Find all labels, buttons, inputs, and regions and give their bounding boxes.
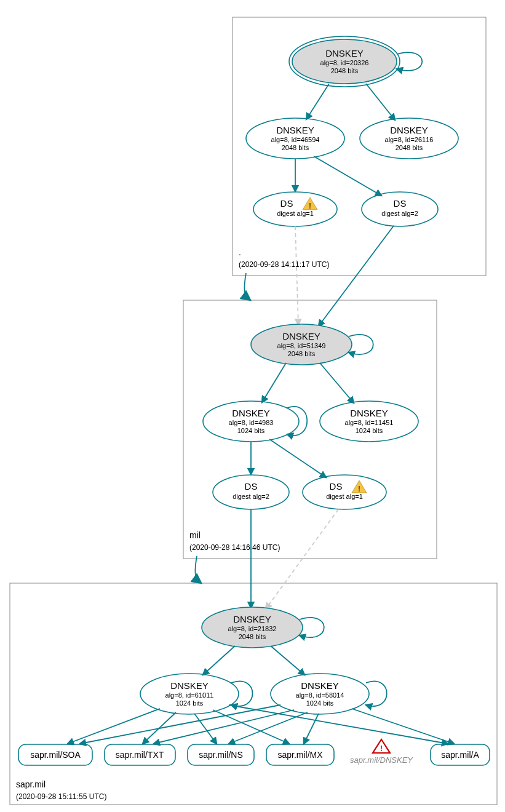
svg-text:2048 bits: 2048 bits [331, 67, 359, 74]
dnskey-sapr-58014: DNSKEY alg=8, id=58014 1024 bits [271, 674, 369, 714]
svg-text:DS: DS [280, 198, 293, 209]
ds-mil-alg1: DS digest alg=1 ! [303, 475, 386, 509]
edge-58014-ns [229, 712, 308, 744]
svg-text:DNSKEY: DNSKEY [390, 125, 428, 135]
svg-text:alg=8, id=58014: alg=8, id=58014 [296, 691, 344, 699]
zone-label-mil: mil [189, 530, 201, 540]
svg-text:sapr.mil/TXT: sapr.mil/TXT [116, 750, 164, 760]
edge-rootksk-46594 [306, 84, 329, 119]
rr-soa: sapr.mil/SOA [18, 744, 92, 765]
zone-label-root: . [239, 247, 241, 257]
svg-text:alg=8, id=46594: alg=8, id=46594 [271, 136, 320, 143]
dnskey-sapr-61011: DNSKEY alg=8, id=61011 1024 bits [140, 674, 239, 714]
zone-ts-mil: (2020-09-28 14:16:46 UTC) [189, 543, 280, 552]
selfloop-sapr-ksk [300, 618, 324, 637]
diagram-stage: DNSKEY alg=8, id=20326 2048 bits DNSKEY … [0, 0, 505, 812]
svg-text:alg=8, id=20326: alg=8, id=20326 [320, 59, 369, 66]
selfloop-mil-ksk [349, 335, 373, 354]
svg-text:1024 bits: 1024 bits [176, 699, 204, 707]
svg-text:alg=8, id=4983: alg=8, id=4983 [229, 419, 274, 426]
svg-text:2048 bits: 2048 bits [396, 144, 423, 151]
svg-text:DNSKEY: DNSKEY [350, 408, 388, 418]
rr-mx: sapr.mil/MX [266, 744, 334, 765]
svg-text:sapr.mil/A: sapr.mil/A [441, 750, 479, 760]
svg-text:sapr.mil/SOA: sapr.mil/SOA [30, 750, 81, 760]
svg-text:digest alg=2: digest alg=2 [381, 210, 418, 217]
edge-46594-ds2 [314, 156, 381, 196]
svg-text:alg=8, id=21832: alg=8, id=21832 [228, 625, 277, 632]
svg-point-35 [303, 475, 386, 509]
svg-text:1024 bits: 1024 bits [306, 699, 334, 707]
svg-text:digest alg=2: digest alg=2 [233, 493, 269, 500]
ds-mil-alg2: DS digest alg=2 [213, 475, 289, 509]
svg-text:2048 bits: 2048 bits [282, 144, 309, 151]
rr-ns: sapr.mil/NS [188, 744, 254, 765]
edge-4983-ds1 [269, 439, 326, 477]
edge-milksk-11451 [320, 363, 354, 403]
svg-text:digest alg=1: digest alg=1 [326, 493, 363, 500]
svg-text:2048 bits: 2048 bits [239, 633, 266, 640]
svg-text:alg=8, id=11451: alg=8, id=11451 [345, 419, 394, 426]
zone-link-root-mil [244, 273, 247, 298]
svg-text:sapr.mil/MX: sapr.mil/MX [277, 750, 323, 760]
svg-text:sapr.mil/DNSKEY: sapr.mil/DNSKEY [350, 755, 413, 765]
ds-root-alg1: DS digest alg=1 ! [253, 192, 337, 226]
svg-text:DS: DS [330, 481, 343, 492]
svg-text:alg=8, id=26116: alg=8, id=26116 [385, 136, 434, 143]
svg-text:DS: DS [245, 481, 258, 492]
svg-text:alg=8, id=51349: alg=8, id=51349 [277, 342, 326, 349]
svg-text:!: ! [380, 744, 383, 753]
dnskey-root-26116: DNSKEY alg=8, id=26116 2048 bits [360, 118, 458, 159]
edge-milksk-4983 [262, 363, 286, 402]
error-icon: ! [373, 739, 390, 753]
dnskey-mil-11451: DNSKEY alg=8, id=11451 1024 bits [320, 401, 418, 442]
svg-text:DNSKEY: DNSKEY [170, 680, 209, 691]
rr-txt: sapr.mil/TXT [105, 744, 175, 765]
svg-text:DNSKEY: DNSKEY [325, 48, 364, 58]
svg-text:digest alg=1: digest alg=1 [277, 210, 314, 217]
dnskey-mil-4983: DNSKEY alg=8, id=4983 1024 bits [203, 401, 299, 442]
svg-text:2048 bits: 2048 bits [288, 350, 316, 357]
dnskey-root-ksk: DNSKEY alg=8, id=20326 2048 bits [289, 36, 400, 87]
edge-58014-a [352, 709, 454, 744]
svg-text:alg=8, id=61011: alg=8, id=61011 [165, 691, 214, 699]
svg-text:1024 bits: 1024 bits [237, 427, 265, 434]
svg-point-17 [362, 192, 438, 226]
dnskey-mil-ksk: DNSKEY alg=8, id=51349 2048 bits [251, 324, 352, 365]
rr-dnskey-error: ! sapr.mil/DNSKEY [350, 739, 413, 765]
zone-ts-sapr: (2020-09-28 15:11:55 UTC) [16, 792, 106, 801]
svg-text:DS: DS [394, 198, 407, 209]
rr-a: sapr.mil/A [431, 744, 490, 765]
edge-ds1-saprksk [266, 509, 338, 609]
svg-text:DNSKEY: DNSKEY [282, 331, 320, 341]
svg-text:DNSKEY: DNSKEY [301, 680, 339, 691]
edge-saprksk-61011 [203, 646, 235, 675]
svg-text:!: ! [358, 485, 360, 493]
svg-text:DNSKEY: DNSKEY [233, 614, 271, 624]
svg-text:!: ! [309, 202, 311, 210]
svg-point-13 [253, 192, 337, 226]
dnskey-sapr-ksk: DNSKEY alg=8, id=21832 2048 bits [202, 607, 303, 648]
ds-root-alg2: DS digest alg=2 [362, 192, 438, 226]
svg-text:DNSKEY: DNSKEY [276, 125, 314, 135]
svg-point-32 [213, 475, 289, 509]
edge-61011-soa [68, 709, 160, 744]
selfloop-root-ksk [397, 52, 422, 71]
dnskey-root-46594: DNSKEY alg=8, id=46594 2048 bits [246, 118, 344, 159]
zone-link-mil-sapr [195, 556, 198, 581]
svg-text:sapr.mil/NS: sapr.mil/NS [199, 750, 243, 760]
zone-ts-root: (2020-09-28 14:11:17 UTC) [239, 260, 329, 269]
edge-rootksk-26116 [366, 84, 395, 120]
svg-text:1024 bits: 1024 bits [356, 427, 383, 434]
edge-saprksk-58014 [271, 646, 304, 675]
zone-label-sapr: sapr.mil [16, 779, 46, 789]
svg-text:DNSKEY: DNSKEY [232, 408, 270, 418]
